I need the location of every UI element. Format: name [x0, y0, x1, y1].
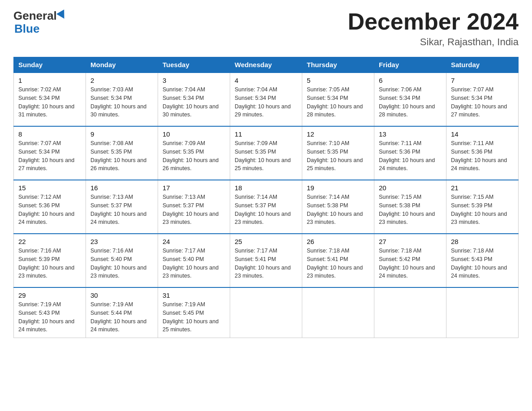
calendar-row-0: 1 Sunrise: 7:02 AM Sunset: 5:34 PM Dayli…: [14, 73, 519, 126]
logo-blue: Blue: [14, 22, 39, 35]
table-row: 12 Sunrise: 7:10 AM Sunset: 5:35 PM Dayl…: [302, 126, 374, 180]
day-info: Sunrise: 7:09 AM Sunset: 5:35 PM Dayligh…: [235, 139, 297, 173]
table-row: 22 Sunrise: 7:16 AM Sunset: 5:39 PM Dayl…: [14, 234, 86, 287]
day-info: Sunrise: 7:19 AM Sunset: 5:45 PM Dayligh…: [163, 300, 225, 334]
table-row: 23 Sunrise: 7:16 AM Sunset: 5:40 PM Dayl…: [86, 234, 158, 287]
table-row: 9 Sunrise: 7:08 AM Sunset: 5:35 PM Dayli…: [86, 126, 158, 180]
table-row: 20 Sunrise: 7:15 AM Sunset: 5:38 PM Dayl…: [374, 180, 446, 234]
calendar-row-2: 15 Sunrise: 7:12 AM Sunset: 5:36 PM Dayl…: [14, 180, 519, 234]
day-number: 10: [163, 130, 225, 138]
month-title: December 2024: [348, 9, 519, 34]
calendar-row-4: 29 Sunrise: 7:19 AM Sunset: 5:43 PM Dayl…: [14, 287, 519, 338]
day-number: 28: [451, 238, 514, 245]
table-row: 27 Sunrise: 7:18 AM Sunset: 5:42 PM Dayl…: [374, 234, 446, 287]
logo: General Blue: [13, 9, 67, 36]
table-row: 26 Sunrise: 7:18 AM Sunset: 5:41 PM Dayl…: [302, 234, 374, 287]
col-friday: Friday: [374, 57, 446, 73]
day-number: 30: [90, 291, 153, 299]
table-row: 25 Sunrise: 7:17 AM Sunset: 5:41 PM Dayl…: [230, 234, 302, 287]
day-info: Sunrise: 7:14 AM Sunset: 5:38 PM Dayligh…: [307, 193, 369, 227]
table-row: 14 Sunrise: 7:11 AM Sunset: 5:36 PM Dayl…: [446, 126, 519, 180]
day-info: Sunrise: 7:09 AM Sunset: 5:35 PM Dayligh…: [163, 139, 225, 173]
day-info: Sunrise: 7:13 AM Sunset: 5:37 PM Dayligh…: [163, 193, 225, 227]
day-number: 3: [163, 77, 225, 84]
day-info: Sunrise: 7:08 AM Sunset: 5:35 PM Dayligh…: [90, 139, 153, 173]
day-number: 23: [90, 238, 153, 245]
day-info: Sunrise: 7:19 AM Sunset: 5:44 PM Dayligh…: [90, 300, 153, 334]
day-number: 9: [90, 130, 153, 138]
day-number: 5: [307, 77, 369, 84]
day-number: 31: [163, 291, 225, 299]
location-title: Sikar, Rajasthan, India: [348, 36, 519, 48]
day-number: 2: [90, 77, 153, 84]
calendar-row-1: 8 Sunrise: 7:07 AM Sunset: 5:34 PM Dayli…: [14, 126, 519, 180]
table-row: 18 Sunrise: 7:14 AM Sunset: 5:37 PM Dayl…: [230, 180, 302, 234]
day-number: 27: [379, 238, 442, 245]
day-info: Sunrise: 7:14 AM Sunset: 5:37 PM Dayligh…: [235, 193, 297, 227]
day-info: Sunrise: 7:11 AM Sunset: 5:36 PM Dayligh…: [451, 139, 514, 173]
day-number: 26: [307, 238, 369, 245]
day-info: Sunrise: 7:19 AM Sunset: 5:43 PM Dayligh…: [18, 300, 81, 334]
day-number: 29: [18, 291, 81, 299]
table-row: 2 Sunrise: 7:03 AM Sunset: 5:34 PM Dayli…: [86, 73, 158, 126]
table-row: 8 Sunrise: 7:07 AM Sunset: 5:34 PM Dayli…: [14, 126, 86, 180]
calendar-row-3: 22 Sunrise: 7:16 AM Sunset: 5:39 PM Dayl…: [14, 234, 519, 287]
day-number: 20: [379, 184, 442, 192]
day-info: Sunrise: 7:04 AM Sunset: 5:34 PM Dayligh…: [163, 86, 225, 119]
day-number: 8: [18, 130, 81, 138]
day-number: 6: [379, 77, 442, 84]
day-number: 7: [451, 77, 514, 84]
calendar-table: Sunday Monday Tuesday Wednesday Thursday…: [13, 57, 519, 338]
table-row: 28 Sunrise: 7:18 AM Sunset: 5:43 PM Dayl…: [446, 234, 519, 287]
table-row: 19 Sunrise: 7:14 AM Sunset: 5:38 PM Dayl…: [302, 180, 374, 234]
page-header: General Blue December 2024 Sikar, Rajast…: [13, 9, 519, 48]
day-info: Sunrise: 7:15 AM Sunset: 5:39 PM Dayligh…: [451, 193, 514, 227]
day-number: 17: [163, 184, 225, 192]
col-monday: Monday: [86, 57, 158, 73]
day-info: Sunrise: 7:15 AM Sunset: 5:38 PM Dayligh…: [379, 193, 442, 227]
day-info: Sunrise: 7:18 AM Sunset: 5:42 PM Dayligh…: [379, 247, 442, 280]
day-info: Sunrise: 7:12 AM Sunset: 5:36 PM Dayligh…: [18, 193, 81, 227]
day-info: Sunrise: 7:06 AM Sunset: 5:34 PM Dayligh…: [379, 86, 442, 119]
col-thursday: Thursday: [302, 57, 374, 73]
col-tuesday: Tuesday: [158, 57, 230, 73]
day-info: Sunrise: 7:10 AM Sunset: 5:35 PM Dayligh…: [307, 139, 369, 173]
table-row: 29 Sunrise: 7:19 AM Sunset: 5:43 PM Dayl…: [14, 287, 86, 338]
col-sunday: Sunday: [14, 57, 86, 73]
day-info: Sunrise: 7:18 AM Sunset: 5:43 PM Dayligh…: [451, 247, 514, 280]
day-info: Sunrise: 7:17 AM Sunset: 5:40 PM Dayligh…: [163, 247, 225, 280]
header-row: Sunday Monday Tuesday Wednesday Thursday…: [14, 57, 519, 73]
day-number: 22: [18, 238, 81, 245]
day-number: 18: [235, 184, 297, 192]
day-info: Sunrise: 7:18 AM Sunset: 5:41 PM Dayligh…: [307, 247, 369, 280]
table-row: 3 Sunrise: 7:04 AM Sunset: 5:34 PM Dayli…: [158, 73, 230, 126]
logo-text: General: [13, 9, 67, 23]
table-row: [446, 287, 519, 338]
table-row: 1 Sunrise: 7:02 AM Sunset: 5:34 PM Dayli…: [14, 73, 86, 126]
day-number: 19: [307, 184, 369, 192]
day-number: 16: [90, 184, 153, 192]
table-row: 13 Sunrise: 7:11 AM Sunset: 5:36 PM Dayl…: [374, 126, 446, 180]
table-row: 6 Sunrise: 7:06 AM Sunset: 5:34 PM Dayli…: [374, 73, 446, 126]
day-info: Sunrise: 7:07 AM Sunset: 5:34 PM Dayligh…: [451, 86, 514, 119]
day-info: Sunrise: 7:11 AM Sunset: 5:36 PM Dayligh…: [379, 139, 442, 173]
table-row: [230, 287, 302, 338]
table-row: 31 Sunrise: 7:19 AM Sunset: 5:45 PM Dayl…: [158, 287, 230, 338]
table-row: 16 Sunrise: 7:13 AM Sunset: 5:37 PM Dayl…: [86, 180, 158, 234]
day-number: 4: [235, 77, 297, 84]
day-info: Sunrise: 7:05 AM Sunset: 5:34 PM Dayligh…: [307, 86, 369, 119]
day-info: Sunrise: 7:03 AM Sunset: 5:34 PM Dayligh…: [90, 86, 153, 119]
table-row: [374, 287, 446, 338]
table-row: 24 Sunrise: 7:17 AM Sunset: 5:40 PM Dayl…: [158, 234, 230, 287]
table-row: 21 Sunrise: 7:15 AM Sunset: 5:39 PM Dayl…: [446, 180, 519, 234]
table-row: 30 Sunrise: 7:19 AM Sunset: 5:44 PM Dayl…: [86, 287, 158, 338]
table-row: 11 Sunrise: 7:09 AM Sunset: 5:35 PM Dayl…: [230, 126, 302, 180]
day-number: 12: [307, 130, 369, 138]
day-info: Sunrise: 7:07 AM Sunset: 5:34 PM Dayligh…: [18, 139, 81, 173]
title-area: December 2024 Sikar, Rajasthan, India: [348, 9, 519, 48]
day-info: Sunrise: 7:04 AM Sunset: 5:34 PM Dayligh…: [235, 86, 297, 119]
day-number: 24: [163, 238, 225, 245]
col-wednesday: Wednesday: [230, 57, 302, 73]
day-info: Sunrise: 7:13 AM Sunset: 5:37 PM Dayligh…: [90, 193, 153, 227]
table-row: 10 Sunrise: 7:09 AM Sunset: 5:35 PM Dayl…: [158, 126, 230, 180]
